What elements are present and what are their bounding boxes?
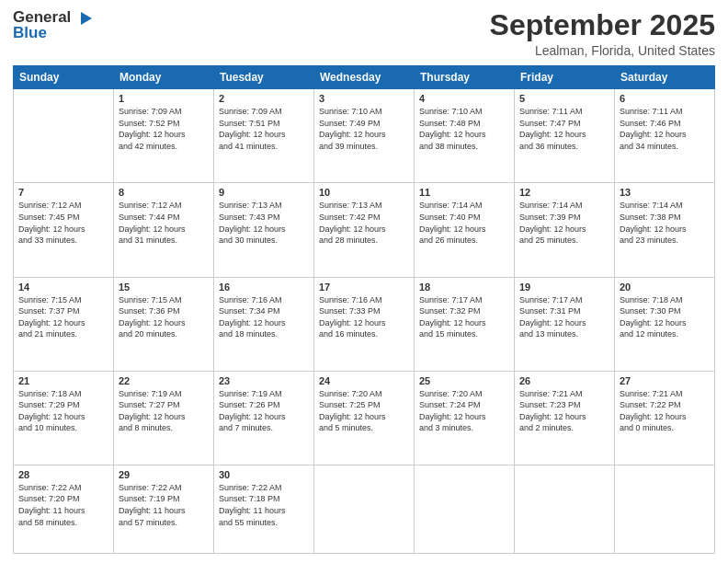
- table-row: 1Sunrise: 7:09 AMSunset: 7:52 PMDaylight…: [114, 89, 214, 183]
- table-row: 23Sunrise: 7:19 AMSunset: 7:26 PMDayligh…: [214, 371, 314, 465]
- header-thursday: Thursday: [415, 66, 515, 89]
- calendar-table: Sunday Monday Tuesday Wednesday Thursday…: [13, 65, 715, 554]
- header-tuesday: Tuesday: [214, 66, 314, 89]
- table-row: 9Sunrise: 7:13 AMSunset: 7:43 PMDaylight…: [214, 183, 314, 277]
- table-row: 16Sunrise: 7:16 AMSunset: 7:34 PMDayligh…: [214, 277, 314, 371]
- table-row: 5Sunrise: 7:11 AMSunset: 7:47 PMDaylight…: [515, 89, 615, 183]
- header-wednesday: Wednesday: [314, 66, 415, 89]
- week-row-4: 21Sunrise: 7:18 AMSunset: 7:29 PMDayligh…: [14, 371, 715, 465]
- table-row: 24Sunrise: 7:20 AMSunset: 7:25 PMDayligh…: [314, 371, 415, 465]
- table-row: 13Sunrise: 7:14 AMSunset: 7:38 PMDayligh…: [615, 183, 715, 277]
- table-row: [515, 465, 615, 553]
- table-row: [415, 465, 515, 553]
- table-row: 29Sunrise: 7:22 AMSunset: 7:19 PMDayligh…: [114, 465, 214, 553]
- table-row: 3Sunrise: 7:10 AMSunset: 7:49 PMDaylight…: [314, 89, 415, 183]
- table-row: 27Sunrise: 7:21 AMSunset: 7:22 PMDayligh…: [615, 371, 715, 465]
- table-row: 21Sunrise: 7:18 AMSunset: 7:29 PMDayligh…: [14, 371, 114, 465]
- table-row: 2Sunrise: 7:09 AMSunset: 7:51 PMDaylight…: [214, 89, 314, 183]
- table-row: 20Sunrise: 7:18 AMSunset: 7:30 PMDayligh…: [615, 277, 715, 371]
- page: General Blue September 2025 Lealman, Flo…: [0, 0, 728, 563]
- table-row: 7Sunrise: 7:12 AMSunset: 7:45 PMDaylight…: [14, 183, 114, 277]
- month-title: September 2025: [490, 9, 715, 41]
- table-row: [14, 89, 114, 183]
- location-title: Lealman, Florida, United States: [490, 43, 715, 58]
- table-row: 28Sunrise: 7:22 AMSunset: 7:20 PMDayligh…: [14, 465, 114, 553]
- header-monday: Monday: [114, 66, 214, 89]
- svg-marker-0: [81, 12, 92, 25]
- week-row-3: 14Sunrise: 7:15 AMSunset: 7:37 PMDayligh…: [14, 277, 715, 371]
- table-row: 10Sunrise: 7:13 AMSunset: 7:42 PMDayligh…: [314, 183, 415, 277]
- table-row: 22Sunrise: 7:19 AMSunset: 7:27 PMDayligh…: [114, 371, 214, 465]
- table-row: 25Sunrise: 7:20 AMSunset: 7:24 PMDayligh…: [415, 371, 515, 465]
- logo-block: General Blue: [13, 9, 94, 41]
- table-row: 17Sunrise: 7:16 AMSunset: 7:33 PMDayligh…: [314, 277, 415, 371]
- table-row: 15Sunrise: 7:15 AMSunset: 7:36 PMDayligh…: [114, 277, 214, 371]
- table-row: 19Sunrise: 7:17 AMSunset: 7:31 PMDayligh…: [515, 277, 615, 371]
- logo: General Blue: [13, 9, 94, 41]
- header-friday: Friday: [515, 66, 615, 89]
- table-row: 4Sunrise: 7:10 AMSunset: 7:48 PMDaylight…: [415, 89, 515, 183]
- table-row: 18Sunrise: 7:17 AMSunset: 7:32 PMDayligh…: [415, 277, 515, 371]
- title-block: September 2025 Lealman, Florida, United …: [490, 9, 715, 58]
- table-row: [615, 465, 715, 553]
- table-row: 11Sunrise: 7:14 AMSunset: 7:40 PMDayligh…: [415, 183, 515, 277]
- header-saturday: Saturday: [615, 66, 715, 89]
- table-row: 26Sunrise: 7:21 AMSunset: 7:23 PMDayligh…: [515, 371, 615, 465]
- week-row-1: 1Sunrise: 7:09 AMSunset: 7:52 PMDaylight…: [14, 89, 715, 183]
- table-row: [314, 465, 415, 553]
- weekday-header-row: Sunday Monday Tuesday Wednesday Thursday…: [14, 66, 715, 89]
- header: General Blue September 2025 Lealman, Flo…: [13, 9, 715, 58]
- header-sunday: Sunday: [14, 66, 114, 89]
- table-row: 6Sunrise: 7:11 AMSunset: 7:46 PMDaylight…: [615, 89, 715, 183]
- table-row: 12Sunrise: 7:14 AMSunset: 7:39 PMDayligh…: [515, 183, 615, 277]
- table-row: 14Sunrise: 7:15 AMSunset: 7:37 PMDayligh…: [14, 277, 114, 371]
- week-row-2: 7Sunrise: 7:12 AMSunset: 7:45 PMDaylight…: [14, 183, 715, 277]
- table-row: 8Sunrise: 7:12 AMSunset: 7:44 PMDaylight…: [114, 183, 214, 277]
- week-row-5: 28Sunrise: 7:22 AMSunset: 7:20 PMDayligh…: [14, 465, 715, 553]
- table-row: 30Sunrise: 7:22 AMSunset: 7:18 PMDayligh…: [214, 465, 314, 553]
